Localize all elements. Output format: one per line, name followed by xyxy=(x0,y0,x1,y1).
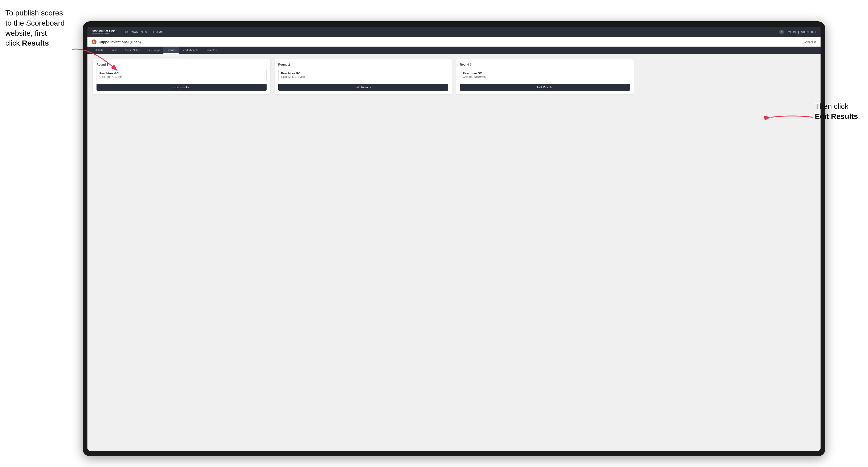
round-3-card: Round 3 Peachtree GC Gold (M) (7010 yds)… xyxy=(456,59,634,94)
round-1-course-info: Gold (M) (7010 yds) xyxy=(99,75,264,79)
tournament-icon: C xyxy=(92,39,96,44)
instruction-line4-prefix: click xyxy=(5,39,22,47)
round-2-title: Round 2 xyxy=(278,63,448,66)
empty-slot xyxy=(638,59,815,94)
tab-results[interactable]: Results xyxy=(163,46,179,54)
instruction-period: . xyxy=(858,112,860,121)
sub-navigation: Details Teams Course Setup Tee Groups Re… xyxy=(87,46,820,54)
scoreboard-logo: SCOREBOARD Powered by clippd xyxy=(92,30,116,35)
tablet-device: SCOREBOARD Powered by clippd TOURNAMENTS… xyxy=(83,21,825,456)
instruction-bottom-right: Then click Edit Results. xyxy=(815,101,860,122)
cancel-button[interactable]: Cancel ✕ xyxy=(804,40,816,44)
round-1-course-card: Peachtree GC Gold (M) (7010 yds) xyxy=(96,69,267,81)
round-1-card: Round 1 Peachtree GC Gold (M) (7010 yds)… xyxy=(93,59,270,94)
edit-results-button-1[interactable]: Edit Results xyxy=(96,84,267,91)
rounds-grid: Round 1 Peachtree GC Gold (M) (7010 yds)… xyxy=(93,59,815,94)
user-name: Test User | xyxy=(786,31,799,34)
round-1-title: Round 1 xyxy=(96,63,267,66)
round-2-course-card: Peachtree GC Gold (M) (7010 yds) xyxy=(278,69,448,81)
logo-sub: Powered by clippd xyxy=(92,33,116,35)
tab-teams[interactable]: Teams xyxy=(106,46,121,54)
instruction-top-left: To publish scores to the Scoreboard webs… xyxy=(5,8,65,48)
instruction-line4-bold: Results xyxy=(22,39,49,47)
instruction-line3: website, first xyxy=(5,29,47,37)
tab-tee-groups[interactable]: Tee Groups xyxy=(143,46,163,54)
round-3-course-info: Gold (M) (7010 yds) xyxy=(463,75,627,79)
round-3-course-name: Peachtree GC xyxy=(463,72,627,75)
round-2-course-name: Peachtree GC xyxy=(281,72,445,75)
tablet-screen: SCOREBOARD Powered by clippd TOURNAMENTS… xyxy=(87,27,820,451)
tab-leaderboards[interactable]: Leaderboards xyxy=(179,46,202,54)
round-3-course-card: Peachtree GC Gold (M) (7010 yds) xyxy=(460,69,630,81)
round-2-card: Round 2 Peachtree GC Gold (M) (7010 yds)… xyxy=(275,59,452,94)
top-navigation: SCOREBOARD Powered by clippd TOURNAMENTS… xyxy=(87,27,820,37)
instruction-line4-suffix: . xyxy=(49,39,51,47)
round-1-course-name: Peachtree GC xyxy=(99,72,264,75)
instruction-then-click: Then click xyxy=(815,102,848,111)
tab-course-setup[interactable]: Course Setup xyxy=(121,46,143,54)
user-avatar: T xyxy=(779,30,784,34)
logo-text: SCOREBOARD xyxy=(92,30,116,33)
tab-printables[interactable]: Printables xyxy=(202,46,220,54)
round-2-course-info: Gold (M) (7010 yds) xyxy=(281,75,445,79)
instruction-edit-results-bold: Edit Results xyxy=(815,112,858,121)
edit-results-button-3[interactable]: Edit Results xyxy=(460,84,630,91)
tournament-title-row: C Clippd Invitational (Open) xyxy=(92,39,141,44)
nav-teams[interactable]: TEAMS xyxy=(153,30,163,34)
tournament-header: C Clippd Invitational (Open) Cancel ✕ xyxy=(87,37,820,46)
nav-right: T Test User | Sign out xyxy=(779,30,816,34)
instruction-line2: to the Scoreboard xyxy=(5,19,65,27)
edit-results-button-2[interactable]: Edit Results xyxy=(278,84,448,91)
tournament-name: Clippd Invitational (Open) xyxy=(99,40,141,44)
main-content: Round 1 Peachtree GC Gold (M) (7010 yds)… xyxy=(87,54,820,451)
instruction-line1: To publish scores xyxy=(5,9,63,17)
nav-links: TOURNAMENTS TEAMS xyxy=(123,30,779,34)
sign-out-link[interactable]: Sign out xyxy=(801,30,816,34)
nav-tournaments[interactable]: TOURNAMENTS xyxy=(123,30,147,34)
tab-details[interactable]: Details xyxy=(92,46,106,54)
round-3-title: Round 3 xyxy=(460,63,630,66)
